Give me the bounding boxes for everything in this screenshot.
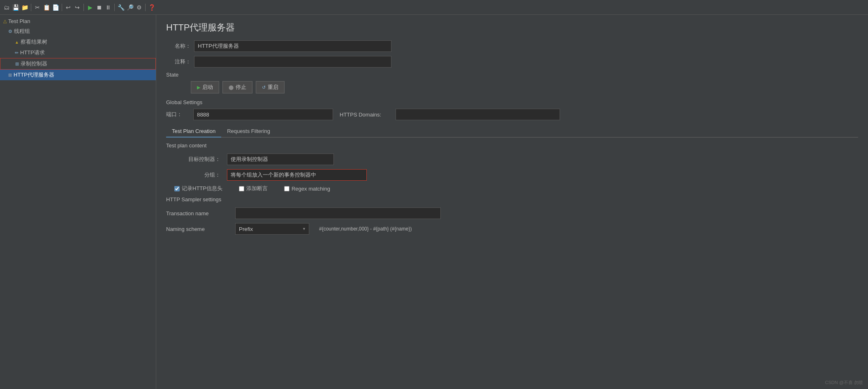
name-label: 名称： [166, 42, 191, 50]
checkbox-regex-matching[interactable]: Regex matching [284, 186, 330, 192]
target-controller-label: 目标控制器： [166, 156, 224, 163]
restart-icon: ↺ [262, 85, 266, 90]
grouping-label: 分组： [166, 171, 224, 179]
regex-matching-checkbox[interactable] [284, 186, 289, 191]
pencil-icon: ✏ [15, 50, 19, 56]
tabs: Test Plan Creation Requests Filtering [166, 125, 858, 137]
play-icon: ▶ [197, 85, 200, 90]
copy-icon[interactable]: 📋 [42, 3, 51, 12]
stop-icon[interactable]: ⏹ [95, 3, 103, 12]
naming-scheme-dropdown-wrapper: Prefix Suffix Full [235, 223, 309, 235]
naming-scheme-select[interactable]: Prefix Suffix Full [235, 223, 309, 235]
checkbox-record-http-headers[interactable]: 记录HTTP信息头 [174, 185, 222, 192]
grouping-input[interactable] [227, 169, 367, 181]
tab-content-test-plan-creation: Test plan content 目标控制器： 分组： 记录HTTP信息头 [166, 137, 858, 244]
tree-http-proxy-label: HTTP代理服务器 [14, 71, 54, 79]
regex-matching-label: Regex matching [292, 186, 330, 192]
gear-icon: ⚙ [8, 29, 12, 34]
naming-scheme-row: Naming scheme Prefix Suffix Full #{count… [166, 223, 858, 235]
start-label: 启动 [202, 84, 213, 91]
comment-row: 注释： [166, 56, 858, 68]
http-sampler-title: HTTP Sampler settings [166, 196, 858, 203]
naming-scheme-label: Naming scheme [166, 226, 232, 232]
tab-test-plan-creation[interactable]: Test Plan Creation [166, 126, 221, 137]
port-label: 端口： [166, 111, 187, 118]
tree-root-label: Test Plan [8, 18, 30, 24]
stop-icon: ⬤ [229, 85, 234, 90]
paste-icon[interactable]: 📄 [51, 3, 60, 12]
tree-results-tree-label: 察看结果树 [21, 38, 47, 46]
redo-icon[interactable]: ↪ [73, 3, 81, 12]
https-label: HTTPS Domains: [340, 112, 389, 118]
grid-icon-2: ⊞ [8, 72, 12, 78]
global-settings-title: Global Settings [166, 99, 858, 105]
sidebar-item-results-tree[interactable]: ▲ 察看结果树 [0, 37, 156, 47]
cut-icon[interactable]: ✂ [33, 3, 42, 12]
page-title: HTTP代理服务器 [166, 21, 858, 34]
restart-button[interactable]: ↺ 重启 [256, 81, 285, 93]
naming-pattern: #{counter,number,000} - #{path} (#{name}… [319, 226, 412, 232]
help-icon[interactable]: ❓ [148, 3, 156, 12]
target-controller-row: 目标控制器： [166, 154, 858, 165]
name-input[interactable] [194, 40, 391, 52]
start-icon[interactable]: ▶ [86, 3, 94, 12]
toolbar: 🗂 💾 📁 ✂ 📋 📄 ↩ ↪ ▶ ⏹ ⏸ 🔧 🔎 ⚙ ❓ [0, 0, 868, 15]
gear-icon[interactable]: ⚙ [135, 3, 143, 12]
sidebar-item-record-controller[interactable]: ⊞ 录制控制器 [0, 58, 156, 70]
grouping-row: 分组： [166, 169, 858, 181]
save-icon[interactable]: 💾 [12, 3, 20, 12]
tree-record-controller-label: 录制控制器 [21, 60, 47, 68]
record-http-headers-label: 记录HTTP信息头 [182, 185, 222, 192]
state-section: State ▶ 启动 ⬤ 停止 ↺ 重启 [166, 72, 858, 93]
triangle-icon: △ [3, 19, 7, 24]
comment-label: 注释： [166, 58, 191, 65]
tab-requests-filtering[interactable]: Requests Filtering [221, 126, 276, 137]
clear-icon[interactable]: ⏸ [104, 3, 112, 12]
transaction-name-label: Transaction name [166, 210, 232, 217]
new-icon[interactable]: 🗂 [2, 3, 11, 12]
tree-root[interactable]: △ Test Plan [0, 16, 156, 26]
content-panel: HTTP代理服务器 名称： 注释： State ▶ 启动 ⬤ 停止 [156, 15, 868, 389]
start-button[interactable]: ▶ 启动 [191, 81, 219, 93]
triangle-icon-small: ▲ [15, 40, 19, 44]
record-http-headers-checkbox[interactable] [174, 186, 180, 191]
grid-icon: ⊞ [15, 61, 19, 67]
http-sampler-settings: HTTP Sampler settings Transaction name N… [166, 196, 858, 235]
sidebar-item-http-request[interactable]: ✏ HTTP请求 [0, 47, 156, 58]
state-label: State [166, 72, 858, 78]
stop-label: 停止 [236, 84, 246, 91]
sidebar-item-http-proxy[interactable]: ⊞ HTTP代理服务器 [0, 70, 156, 80]
global-settings: Global Settings 端口： HTTPS Domains: [166, 99, 858, 120]
tree-http-request-label: HTTP请求 [20, 49, 45, 56]
target-controller-input[interactable] [227, 154, 334, 165]
sidebar-item-thread-group[interactable]: ⚙ 线程组 [0, 26, 156, 37]
stop-button[interactable]: ⬤ 停止 [222, 81, 252, 93]
open-icon[interactable]: 📁 [21, 3, 29, 12]
main-area: △ Test Plan ⚙ 线程组 ▲ 察看结果树 ✏ HTTP请求 ⊞ 录制控… [0, 15, 868, 389]
undo-icon[interactable]: ↩ [64, 3, 72, 12]
tree-thread-group-label: 线程组 [14, 28, 30, 35]
settings-icon[interactable]: 🔧 [117, 3, 125, 12]
checkboxes-row: 记录HTTP信息头 添加断言 Regex matching [174, 185, 858, 192]
checkbox-add-assertion[interactable]: 添加断言 [239, 185, 268, 192]
restart-label: 重启 [268, 84, 278, 91]
tree-panel: △ Test Plan ⚙ 线程组 ▲ 察看结果树 ✏ HTTP请求 ⊞ 录制控… [0, 15, 156, 389]
state-buttons: ▶ 启动 ⬤ 停止 ↺ 重启 [191, 81, 858, 93]
watermark-text: CSDN @不喜 勿喷 [825, 380, 863, 386]
comment-input[interactable] [194, 56, 391, 68]
https-input[interactable] [396, 109, 560, 120]
port-input[interactable] [193, 109, 333, 120]
add-assertion-checkbox[interactable] [239, 186, 244, 191]
search-icon[interactable]: 🔎 [126, 3, 134, 12]
port-row: 端口： HTTPS Domains: [166, 109, 858, 120]
name-row: 名称： [166, 40, 858, 52]
transaction-name-row: Transaction name [166, 207, 858, 219]
transaction-name-input[interactable] [235, 207, 441, 219]
add-assertion-label: 添加断言 [246, 185, 268, 192]
test-plan-content-title: Test plan content [166, 142, 858, 149]
